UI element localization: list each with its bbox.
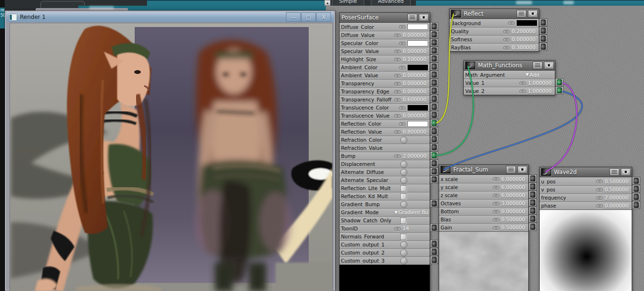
- color-swatch[interactable]: [407, 40, 428, 46]
- row-value[interactable]: 0.600000: [403, 97, 428, 102]
- input-plug[interactable]: [432, 225, 437, 231]
- node-row-diffuse-value[interactable]: Diffuse_Value0.000000: [340, 31, 430, 39]
- node-row-reflection-lite-mult[interactable]: Reflection_Lite_Mult: [340, 184, 430, 192]
- node-output-plug[interactable]: [465, 61, 476, 70]
- question-icon[interactable]: ?: [400, 177, 407, 184]
- node-row-toonid[interactable]: ToonID14: [340, 224, 430, 232]
- row-value[interactable]: 0.800000: [403, 129, 428, 135]
- color-swatch[interactable]: [407, 105, 428, 111]
- plug-slot[interactable]: [430, 71, 438, 79]
- node-row-translucence-color[interactable]: Translucence_Color: [340, 103, 430, 111]
- plug-slot[interactable]: [430, 175, 438, 183]
- node-row-softness[interactable]: Softness0.000000: [450, 35, 539, 43]
- plug-slot[interactable]: [529, 174, 537, 182]
- input-plug[interactable]: [530, 175, 535, 182]
- input-plug[interactable]: [530, 200, 535, 206]
- plug-slot[interactable]: [430, 256, 438, 264]
- node-row-refraction-color[interactable]: Refraction_Color?: [340, 136, 430, 144]
- checkbox[interactable]: [400, 218, 406, 224]
- plug-slot[interactable]: [430, 200, 438, 208]
- node-row-bottom[interactable]: Bottom0.000000: [439, 207, 528, 215]
- plug-slot[interactable]: [430, 87, 438, 95]
- row-value[interactable]: 0.100000: [403, 56, 428, 62]
- tab-advanced[interactable]: Advanced: [371, 0, 411, 6]
- plug-slot[interactable]: [430, 30, 438, 38]
- plug-slot[interactable]: [430, 143, 438, 151]
- node-row-gain[interactable]: Gain0.500000: [439, 223, 528, 231]
- input-plug[interactable]: [432, 160, 437, 166]
- render-window-titlebar[interactable]: Render 1 — □ X: [6, 12, 334, 22]
- node-output-plug[interactable]: [440, 165, 451, 174]
- plug-slot[interactable]: [555, 78, 563, 86]
- row-value[interactable]: 6.000000: [501, 176, 527, 182]
- node-row-normals-forward[interactable]: Normals_Forward: [340, 232, 430, 240]
- plug-slot[interactable]: [529, 191, 537, 199]
- input-plug[interactable]: [541, 44, 546, 50]
- input-plug[interactable]: [432, 152, 437, 158]
- row-value[interactable]: 0.000000: [512, 36, 537, 42]
- node-row-phase[interactable]: phase0.000000: [540, 201, 632, 209]
- input-plug[interactable]: [432, 128, 437, 134]
- node-row-frequency[interactable]: frequency2.000000: [540, 193, 632, 201]
- dropdown-value[interactable]: ▼Add: [526, 72, 540, 78]
- maximize-button[interactable]: □: [301, 12, 316, 22]
- node-row-reflection-value[interactable]: Reflection_Value0.800000: [340, 127, 430, 136]
- row-value[interactable]: 0.000000: [605, 203, 630, 209]
- question-icon[interactable]: ?: [400, 136, 407, 144]
- plug-slot[interactable]: [430, 55, 438, 63]
- question-icon[interactable]: ?: [400, 249, 407, 256]
- render-window[interactable]: Render 1 — □ X: [5, 10, 335, 291]
- input-plug[interactable]: [432, 72, 437, 78]
- checkbox[interactable]: [400, 193, 406, 200]
- scroll-up-button[interactable]: ▲: [324, 0, 331, 6]
- node-row-octaves[interactable]: Octaves3.000000: [439, 199, 528, 207]
- tab-simple[interactable]: Simple: [332, 0, 364, 6]
- input-plug[interactable]: [530, 191, 535, 198]
- plug-slot[interactable]: [529, 223, 537, 231]
- plug-slot[interactable]: [529, 215, 537, 223]
- input-plug[interactable]: [432, 55, 437, 62]
- color-swatch[interactable]: [407, 64, 428, 71]
- node-row-quality[interactable]: Quality0.200000: [450, 27, 539, 35]
- plug-slot[interactable]: [430, 22, 438, 30]
- input-plug[interactable]: [634, 194, 639, 200]
- plug-slot[interactable]: [430, 224, 438, 232]
- input-plug[interactable]: [530, 208, 535, 214]
- checkbox[interactable]: [400, 234, 406, 240]
- input-plug[interactable]: [541, 19, 546, 26]
- plug-slot[interactable]: [632, 185, 640, 193]
- plug-slot[interactable]: [529, 182, 537, 191]
- row-value[interactable]: 3.000000: [501, 200, 527, 206]
- input-plug[interactable]: [432, 39, 437, 45]
- input-plug[interactable]: [432, 96, 437, 102]
- node-row-ambient-value[interactable]: Ambient_Value0.000000: [340, 71, 430, 79]
- node-row-raybias[interactable]: RayBias0.300000: [450, 43, 539, 51]
- plug-slot[interactable]: [430, 167, 438, 175]
- plug-slot[interactable]: [430, 103, 438, 111]
- input-plug[interactable]: [432, 257, 437, 263]
- input-plug[interactable]: [432, 31, 437, 37]
- node-title-bar[interactable]: Wave2d: [540, 167, 632, 177]
- node-row-shadow-catch-only[interactable]: Shadow_Catch_Only: [340, 216, 430, 224]
- row-value[interactable]: 0.000000: [403, 89, 428, 94]
- dropdown-value[interactable]: ▼Gradient Bu: [395, 209, 428, 215]
- node-row-translucence-value[interactable]: Translucence_Value0.000000: [340, 111, 430, 119]
- input-plug[interactable]: [432, 104, 437, 110]
- node-preview-toggle[interactable]: [419, 14, 429, 21]
- input-plug[interactable]: [541, 36, 546, 42]
- row-value[interactable]: 0.000000: [403, 73, 428, 78]
- row-value[interactable]: 1.000000: [528, 80, 553, 86]
- node-row-custom-output-2[interactable]: Custom_output_2?: [340, 248, 430, 256]
- plug-slot[interactable]: [632, 193, 640, 201]
- plug-slot[interactable]: [632, 201, 640, 209]
- color-swatch[interactable]: [407, 24, 428, 30]
- input-plug[interactable]: [432, 168, 437, 174]
- node-title-bar[interactable]: Math_Functions: [464, 61, 555, 71]
- node-menu-button[interactable]: [609, 168, 619, 176]
- question-icon[interactable]: ?: [400, 241, 407, 248]
- input-plug[interactable]: [432, 47, 437, 54]
- input-plug[interactable]: [557, 79, 562, 85]
- node-row-value-2[interactable]: Value_21.000000: [464, 87, 555, 95]
- input-plug[interactable]: [432, 64, 437, 70]
- input-plug[interactable]: [634, 178, 639, 184]
